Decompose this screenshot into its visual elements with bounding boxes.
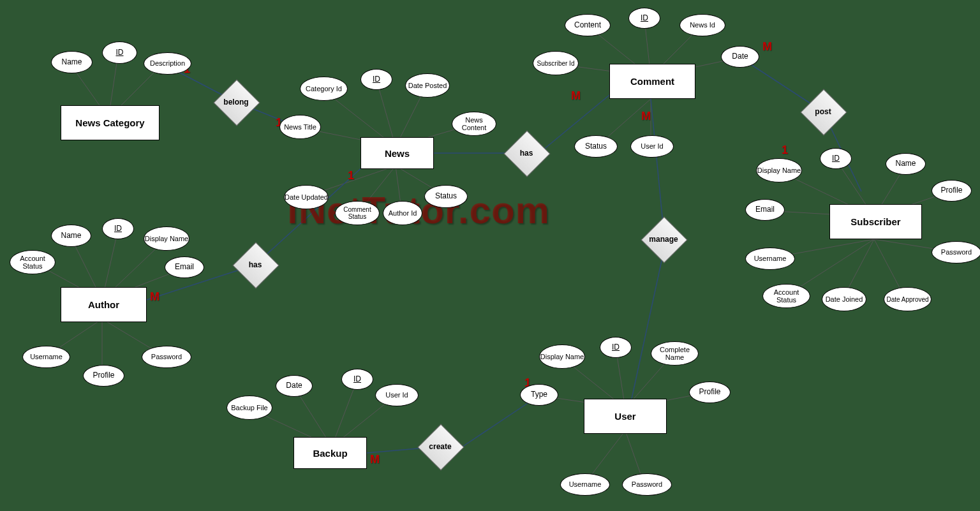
svg-line-45	[651, 99, 664, 230]
entity-comment: Comment	[609, 64, 695, 99]
rel-create: create	[418, 424, 463, 469]
entity-subscriber: Subscriber	[829, 204, 922, 239]
connector-lines	[0, 0, 980, 511]
attr-auth-id: ID	[102, 218, 134, 239]
attr-sub-name: Name	[886, 153, 926, 175]
attr-com-newsid: News Id	[679, 14, 725, 36]
attr-auth-profile: Profile	[83, 365, 124, 387]
attr-auth-password: Password	[142, 346, 191, 368]
attr-auth-name: Name	[51, 225, 91, 247]
entity-author: Author	[61, 287, 147, 322]
attr-news-dateupdated: Date Updated	[284, 185, 329, 209]
rel-has-news-comment: has	[504, 131, 549, 175]
attr-news-catid: Category Id	[300, 77, 348, 101]
entity-news: News	[360, 137, 434, 169]
attr-com-content: Content	[565, 14, 611, 36]
attr-nc-id: ID	[102, 41, 137, 64]
attr-sub-display: Display Name	[756, 158, 802, 182]
attr-auth-email: Email	[165, 256, 204, 278]
attr-bk-file: Backup File	[226, 396, 272, 420]
card-create-backup: M	[370, 453, 380, 466]
er-diagram-canvas: { "watermark":"iNetTutor.com", "entities…	[0, 0, 980, 511]
attr-news-content: News Content	[452, 112, 496, 136]
attr-com-status: Status	[574, 135, 618, 158]
attr-user-username: Username	[560, 473, 610, 496]
attr-nc-desc: Description	[144, 52, 191, 75]
attr-sub-username: Username	[745, 248, 795, 270]
rel-manage: manage	[641, 217, 686, 262]
rel-belong: belong	[214, 80, 258, 124]
attr-user-password: Password	[622, 473, 672, 496]
attr-user-id: ID	[600, 337, 632, 358]
attr-news-authorid: Author Id	[383, 201, 422, 225]
card-post-sub: 1	[782, 144, 788, 157]
attr-bk-id: ID	[341, 369, 373, 390]
attr-bk-userid: User Id	[375, 384, 419, 406]
attr-sub-account: Account Status	[762, 284, 810, 308]
attr-news-dateposted: Date Posted	[405, 73, 450, 98]
attr-sub-dateapproved: Date Approved	[884, 287, 932, 311]
attr-auth-username: Username	[22, 346, 70, 368]
entity-user: User	[584, 399, 667, 434]
attr-user-profile: Profile	[689, 381, 731, 403]
attr-sub-password: Password	[932, 241, 980, 263]
attr-news-id: ID	[360, 69, 392, 90]
card-has-author: M	[150, 290, 160, 304]
card-has-comment: M	[571, 89, 581, 103]
entity-news-category: News Category	[61, 105, 160, 140]
attr-sub-profile: Profile	[932, 180, 972, 202]
rel-has-author-news: has	[233, 242, 278, 287]
card-has-news: 1	[348, 169, 354, 182]
attr-bk-date: Date	[276, 375, 313, 397]
attr-com-date: Date	[721, 46, 759, 68]
card-post-comment: M	[762, 40, 772, 54]
rel-post: post	[801, 89, 845, 134]
attr-com-id: ID	[628, 8, 660, 29]
attr-auth-account: Account Status	[10, 250, 56, 274]
attr-user-display: Display Name	[539, 344, 585, 369]
attr-nc-name: Name	[51, 51, 93, 73]
attr-news-status: Status	[424, 185, 468, 208]
attr-com-subid: Subscriber Id	[533, 51, 579, 75]
attr-auth-display: Display Name	[144, 226, 189, 251]
attr-news-title: News Title	[279, 115, 321, 139]
attr-sub-email: Email	[745, 199, 785, 221]
entity-backup: Backup	[293, 437, 367, 469]
attr-user-complete: Complete Name	[651, 341, 699, 366]
svg-line-46	[632, 252, 664, 399]
card-manage-comment: M	[641, 110, 651, 123]
attr-com-userid: User Id	[630, 135, 674, 158]
attr-news-commentstatus: Comment Status	[335, 201, 380, 225]
attr-user-type: Type	[520, 384, 558, 406]
attr-sub-datejoined: Date Joined	[822, 287, 866, 311]
attr-sub-id: ID	[820, 148, 852, 169]
